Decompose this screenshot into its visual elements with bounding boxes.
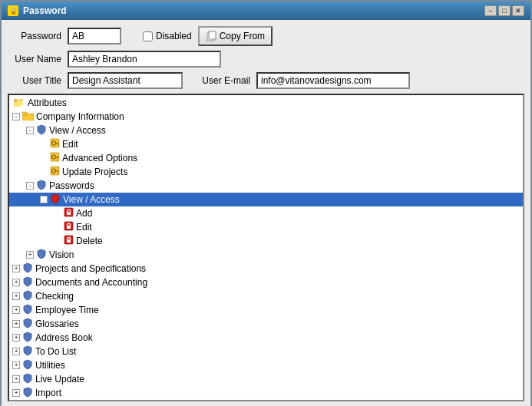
svg-rect-11 [58, 157, 58, 159]
usertitle-input[interactable] [68, 72, 183, 89]
password-label: Password [8, 31, 61, 41]
tree-item[interactable]: +To Do List [9, 345, 523, 358]
svg-rect-19 [67, 226, 71, 229]
shield-red-icon [50, 193, 61, 206]
shield-icon [22, 387, 33, 400]
tree-item[interactable]: +Live Update [9, 372, 523, 386]
tree-item[interactable]: Edit [9, 220, 523, 234]
email-input[interactable] [256, 72, 410, 89]
password-row: Password Disabled Copy From [8, 26, 524, 46]
expand-button[interactable]: + [12, 348, 20, 355]
shield-icon [22, 359, 33, 372]
expand-button[interactable]: + [12, 361, 20, 369]
tree-item-label: Passwords [49, 180, 94, 191]
key-icon [50, 138, 60, 150]
minimize-button[interactable]: − [484, 5, 497, 16]
expand-button[interactable]: + [26, 251, 34, 259]
tree-item-label: Import [35, 388, 61, 398]
tree-item[interactable]: Add [9, 206, 523, 220]
tree-item[interactable]: -Company Information [9, 110, 523, 124]
expand-button[interactable]: + [12, 389, 20, 397]
shield-icon [36, 124, 47, 137]
tree-item[interactable]: -View / Access [9, 124, 523, 137]
shield-icon [22, 318, 33, 331]
lock-icon [64, 221, 74, 233]
lock-icon [64, 207, 74, 220]
expand-button[interactable]: + [12, 334, 20, 342]
disabled-checkbox[interactable] [143, 31, 153, 41]
usertitle-label: User Title [8, 75, 61, 86]
shield-icon [22, 345, 33, 358]
expand-button[interactable]: + [12, 265, 20, 272]
shield-icon [36, 249, 47, 262]
close-button[interactable]: ✕ [512, 5, 524, 16]
tree-item-label: Vision [49, 249, 74, 260]
shield-icon [22, 276, 33, 289]
tree-item[interactable]: -Passwords [9, 179, 523, 193]
expand-button[interactable]: + [12, 292, 20, 300]
tree-item-label: Delete [76, 236, 103, 246]
tree-item[interactable]: +Documents and Accounting [9, 276, 523, 289]
tree-item[interactable]: +Checking [9, 289, 523, 303]
tree-item-label: View / Access [63, 194, 120, 205]
tree-item-label: Update Projects [62, 167, 127, 177]
expand-button[interactable]: + [12, 320, 20, 328]
key-icon [50, 166, 60, 178]
tree-item-label: Edit [76, 222, 92, 233]
svg-rect-6 [56, 143, 58, 144]
svg-rect-21 [67, 239, 71, 243]
collapse-button[interactable]: - [40, 196, 48, 203]
key-icon [50, 152, 60, 164]
attributes-tree: 📁 Attributes -Company Information-View /… [8, 94, 524, 401]
tree-item[interactable]: Update Projects [9, 165, 523, 179]
tree-item-label: Employee Time [35, 305, 99, 315]
tree-item-label: Address Book [35, 332, 93, 343]
lock-icon [64, 235, 74, 247]
tree-item-label: Projects and Specifications [35, 263, 146, 274]
folder-icon [22, 111, 34, 123]
tree-item-label: Glossaries [35, 319, 79, 329]
title-bar-left: 🔒 Password [8, 5, 67, 16]
tree-item[interactable]: +Import [9, 386, 523, 400]
copy-from-button[interactable]: Copy From [198, 26, 273, 46]
tree-item-label: Add [76, 208, 92, 219]
tree-item-label: Documents and Accounting [35, 277, 147, 288]
window-icon: 🔒 [8, 5, 18, 16]
window-title: Password [23, 5, 67, 16]
collapse-button[interactable]: - [12, 113, 20, 120]
collapse-button[interactable]: - [26, 127, 34, 134]
disabled-checkbox-row: Disabled [143, 31, 192, 41]
tree-item[interactable]: +Vision [9, 248, 523, 262]
tree-item-label: Advanced Options [62, 153, 137, 163]
collapse-button[interactable]: - [26, 182, 34, 190]
tree-item[interactable]: Advanced Options [9, 151, 523, 165]
tree-item[interactable]: +Employee Time [9, 303, 523, 317]
restore-button[interactable]: □ [498, 5, 511, 16]
tree-item[interactable]: Delete [9, 234, 523, 248]
tree-item[interactable]: +Projects and Specifications [9, 262, 523, 276]
tree-item[interactable]: +Address Book [9, 331, 523, 345]
password-input[interactable] [68, 28, 121, 45]
disabled-label: Disabled [156, 31, 192, 41]
expand-button[interactable]: + [12, 306, 20, 314]
svg-rect-10 [56, 157, 58, 157]
expand-button[interactable]: + [12, 279, 20, 286]
tree-item[interactable]: -View / Access [9, 193, 523, 206]
tree-item-label: Checking [35, 291, 74, 302]
copy-icon [206, 31, 216, 41]
title-controls: − □ ✕ [484, 5, 524, 16]
tree-item-label: View / Access [49, 125, 106, 136]
tree-header: 📁 Attributes [9, 95, 523, 110]
tree-header-label: Attributes [28, 97, 67, 108]
tree-item[interactable]: +Utilities [9, 358, 523, 372]
username-input[interactable] [68, 51, 221, 68]
tree-item-label: To Do List [35, 346, 76, 357]
username-row: User Name [8, 51, 524, 68]
svg-rect-1 [209, 31, 216, 39]
expand-button[interactable]: + [12, 375, 20, 383]
tree-item-label: Company Information [36, 111, 124, 122]
tree-item[interactable]: Edit [9, 137, 523, 151]
tree-item[interactable]: +Glossaries [9, 317, 523, 331]
svg-rect-7 [58, 144, 58, 145]
svg-rect-14 [56, 170, 58, 171]
